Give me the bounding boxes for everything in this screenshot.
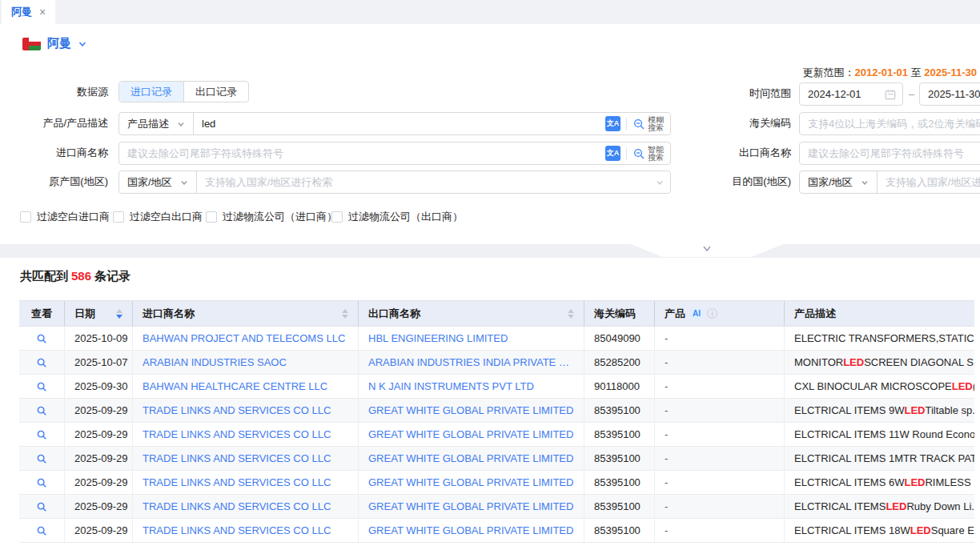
view-record-button[interactable] <box>19 351 65 374</box>
checkbox-filter-logistics-importer[interactable]: 过滤物流公司（进口商） <box>206 210 337 224</box>
view-record-button[interactable] <box>19 471 65 494</box>
tab-oman[interactable]: 阿曼 × <box>2 0 55 24</box>
update-range: 更新范围：2012-01-01 至 2025-11-30 <box>802 66 977 80</box>
cell-description: ELCTRICAL ITEMS LED Ruby Down Li... <box>785 495 974 518</box>
destination-input[interactable] <box>878 172 980 192</box>
view-record-button[interactable] <box>19 519 65 542</box>
calendar-icon <box>885 89 896 100</box>
view-magnifier-icon <box>36 525 47 536</box>
date-range-separator: – <box>909 88 914 100</box>
exporter-link[interactable]: GREAT WHITE GLOBAL PRIVATE LIMITED <box>368 476 573 488</box>
header-view: 查看 <box>19 301 65 326</box>
product-field-group: 产品描述 文A 模糊搜索 <box>118 112 671 135</box>
product-label: 产品/产品描述 <box>0 112 108 134</box>
magnifier-minus-icon <box>633 118 645 130</box>
sort-date[interactable] <box>116 309 122 319</box>
cell-hs-code: 85395100 <box>584 471 655 494</box>
exporter-link[interactable]: HBL ENGINEERING LIMITED <box>368 332 508 344</box>
destination-country-select[interactable]: 国家/地区 <box>800 171 877 193</box>
exporter-link[interactable]: GREAT WHITE GLOBAL PRIVATE LIMITED <box>368 452 573 464</box>
ai-badge: AI <box>690 308 703 319</box>
importer-link[interactable]: TRADE LINKS AND SERVICES CO LLC <box>143 452 331 464</box>
cell-description: MONITOR LED SCREEN DIAGONAL S... <box>785 351 974 374</box>
sort-importer[interactable] <box>342 309 348 319</box>
origin-input[interactable] <box>197 172 649 192</box>
description-text: Ruby Down Li... <box>906 500 974 512</box>
view-record-button[interactable] <box>19 327 65 350</box>
time-range-label: 时间范围 <box>687 82 791 105</box>
view-record-button[interactable] <box>19 375 65 398</box>
exporter-link[interactable]: GREAT WHITE GLOBAL PRIVATE LIMITED <box>368 404 573 416</box>
chevron-down-icon <box>701 244 713 254</box>
exporter-link[interactable]: N K JAIN INSTRUMENTS PVT LTD <box>368 380 534 392</box>
checkbox-filter-blank-importer[interactable]: 过滤空白进口商 <box>20 210 110 224</box>
keyword-highlight: LED <box>904 476 925 488</box>
view-record-button[interactable] <box>19 423 65 446</box>
fuzzy-search-button[interactable]: 模糊搜索 <box>633 116 664 132</box>
cell-description: ELECTRIC TRANSFORMERS,STATIC C... <box>785 327 974 350</box>
translate-icon[interactable]: 文A <box>605 146 621 161</box>
view-record-button[interactable] <box>19 399 65 422</box>
importer-link[interactable]: ARABIAN INDUSTRIES SAOC <box>143 356 287 368</box>
view-record-button[interactable] <box>19 447 65 470</box>
smart-search-button[interactable]: 智能搜索 <box>633 146 664 162</box>
importer-input[interactable] <box>119 143 599 163</box>
time-range-start-input[interactable] <box>800 84 878 104</box>
importer-link[interactable]: TRADE LINKS AND SERVICES CO LLC <box>143 428 331 440</box>
product-input[interactable] <box>194 114 599 134</box>
cell-product: - <box>655 471 785 494</box>
tab-export-records[interactable]: 出口记录 <box>183 82 248 102</box>
importer-link[interactable]: TRADE LINKS AND SERVICES CO LLC <box>143 524 331 536</box>
view-magnifier-icon <box>36 477 47 488</box>
cell-hs-code: 85395100 <box>584 495 655 518</box>
product-type-select[interactable]: 产品描述 <box>119 113 193 134</box>
table-header-row: 查看 日期 进口商名称 出口商名称 海关编码 产品 AI i <box>19 300 974 327</box>
checkbox-filter-blank-exporter[interactable]: 过滤空白出口商 <box>113 210 203 224</box>
view-magnifier-icon <box>36 453 47 464</box>
cell-date: 2025-09-29 <box>65 423 133 446</box>
origin-country-select[interactable]: 国家/地区 <box>119 171 196 193</box>
translate-icon[interactable]: 文A <box>605 116 621 131</box>
importer-link[interactable]: TRADE LINKS AND SERVICES CO LLC <box>143 404 331 416</box>
exporter-link[interactable]: GREAT WHITE GLOBAL PRIVATE LIMITED <box>368 524 573 536</box>
cell-hs-code: 90118000 <box>584 375 655 398</box>
filter-checkbox-row: 过滤空白进口商 过滤空白出口商 过滤物流公司（进口商） 过滤物流公司（出口商） <box>0 210 721 226</box>
importer-link[interactable]: BAHWAN PROJECT AND TELECOMS LLC <box>143 332 345 344</box>
checkbox-icon <box>20 211 31 223</box>
info-icon[interactable]: i <box>707 308 717 319</box>
close-icon[interactable]: × <box>39 6 46 18</box>
cell-hs-code: 85395100 <box>584 519 655 542</box>
tab-import-records[interactable]: 进口记录 <box>119 82 183 102</box>
view-magnifier-icon <box>36 405 47 416</box>
cell-exporter: GREAT WHITE GLOBAL PRIVATE LIMITED <box>359 447 584 470</box>
checkbox-filter-logistics-exporter[interactable]: 过滤物流公司（出口商） <box>331 210 463 224</box>
importer-link[interactable]: TRADE LINKS AND SERVICES CO LLC <box>143 500 331 512</box>
exporter-link[interactable]: ARABIAN INDUSTRIES INDIA PRIVATE LIMIT..… <box>368 356 574 368</box>
cell-description: ELCTRICAL ITEMS 1MTR TRACK PATT... <box>785 447 974 470</box>
importer-link[interactable]: BAHWAN HEALTHCARE CENTRE LLC <box>143 380 327 392</box>
exporter-link[interactable]: GREAT WHITE GLOBAL PRIVATE LIMITED <box>368 428 573 440</box>
header-importer[interactable]: 进口商名称 <box>133 301 359 326</box>
header-date[interactable]: 日期 <box>65 301 133 326</box>
time-range-end-input[interactable] <box>920 84 980 104</box>
cell-product: - <box>655 495 785 518</box>
hs-code-input[interactable] <box>800 114 980 134</box>
exporter-field <box>799 142 980 165</box>
view-record-button[interactable] <box>19 495 65 518</box>
keyword-highlight: LED <box>952 380 973 392</box>
table-row: 2025-09-29TRADE LINKS AND SERVICES CO LL… <box>19 495 974 519</box>
hs-code-label: 海关编码 <box>687 112 791 134</box>
importer-link[interactable]: TRADE LINKS AND SERVICES CO LLC <box>143 476 331 488</box>
collapse-handle[interactable] <box>631 244 783 257</box>
sort-exporter[interactable] <box>568 309 574 319</box>
cell-importer: TRADE LINKS AND SERVICES CO LLC <box>133 423 359 446</box>
cell-date: 2025-09-29 <box>65 399 133 422</box>
country-header[interactable]: 阿曼 <box>22 36 87 51</box>
exporter-input[interactable] <box>800 143 980 163</box>
time-range-end-field[interactable] <box>919 82 980 106</box>
header-exporter[interactable]: 出口商名称 <box>359 301 584 326</box>
exporter-link[interactable]: GREAT WHITE GLOBAL PRIVATE LIMITED <box>368 500 573 512</box>
cell-product: - <box>655 375 785 398</box>
time-range-start-field[interactable] <box>799 82 903 106</box>
cell-date: 2025-09-29 <box>65 447 133 470</box>
